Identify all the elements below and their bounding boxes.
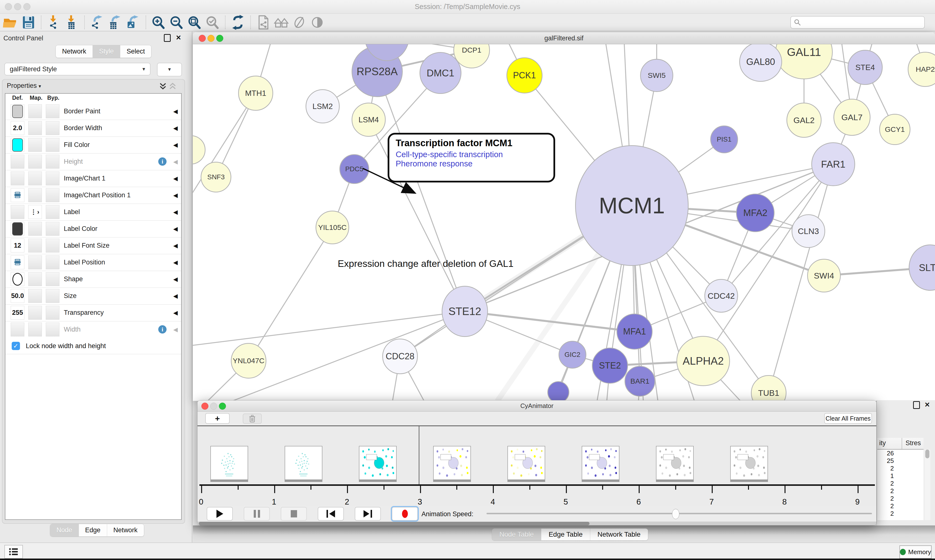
skip-start-button[interactable]: [318, 507, 344, 521]
export-image-icon[interactable]: [124, 15, 142, 30]
close-table-icon[interactable]: ✕: [924, 401, 931, 408]
map-cell[interactable]: [28, 138, 42, 152]
table-row[interactable]: 2: [877, 510, 924, 517]
node-swi4[interactable]: SWI4: [807, 259, 841, 292]
property-row-transparency[interactable]: 255Transparency◀: [5, 304, 181, 322]
close-icon[interactable]: [199, 35, 206, 42]
node-bar1[interactable]: BAR1: [625, 366, 655, 397]
node-lsm4[interactable]: LSM4: [352, 103, 386, 137]
property-row-border-width[interactable]: 2.0Border Width◀: [5, 120, 181, 137]
node-mcm1[interactable]: MCM1: [575, 145, 688, 266]
def-cell[interactable]: [11, 155, 24, 169]
map-cell[interactable]: ⋮›: [28, 205, 42, 219]
frame-thumbnail-3[interactable]: [359, 446, 397, 482]
tab-node-table[interactable]: Node Table: [492, 529, 541, 540]
byp-cell[interactable]: [46, 188, 59, 202]
annotation-link[interactable]: Cell-type-specific transcription: [396, 150, 547, 159]
property-row-image-chart-position-1[interactable]: Image/Chart Position 1◀: [5, 187, 181, 204]
column-ity[interactable]: ity: [879, 439, 886, 447]
network-canvas[interactable]: TUB1ALPHA2BAR1STE2MFA1GIC2YNL047CCDC28ST…: [193, 44, 935, 401]
hide-details-icon[interactable]: [290, 15, 308, 30]
export-network-icon[interactable]: [88, 15, 106, 30]
network-doc-icon[interactable]: [254, 15, 272, 30]
expand-row-icon[interactable]: ◀: [173, 220, 178, 237]
table-row[interactable]: 1: [877, 472, 924, 480]
frame-thumbnail-7[interactable]: [656, 446, 694, 482]
property-row-size[interactable]: 50.0Size◀: [5, 288, 181, 305]
play-button[interactable]: [207, 507, 233, 521]
save-session-icon[interactable]: [20, 15, 37, 30]
byp-cell[interactable]: [46, 323, 59, 337]
expand-row-icon[interactable]: ◀: [173, 103, 178, 120]
minimize-icon[interactable]: [210, 403, 217, 410]
byp-cell[interactable]: [46, 205, 59, 219]
node-mfa1[interactable]: MFA1: [617, 314, 653, 349]
node-pis1[interactable]: PIS1: [710, 126, 738, 153]
panel-tab-edge[interactable]: Edge: [79, 524, 107, 536]
property-row-label-position[interactable]: Label Position◀: [5, 254, 181, 271]
property-row-shape[interactable]: Shape◀: [5, 271, 181, 288]
expand-row-icon[interactable]: ◀: [173, 254, 178, 271]
expand-row-icon[interactable]: ◀: [173, 288, 178, 304]
table-row[interactable]: 2: [877, 502, 924, 510]
column-stress[interactable]: Stres: [906, 439, 921, 447]
expand-row-icon[interactable]: ◀: [173, 170, 178, 187]
def-cell[interactable]: [11, 323, 24, 337]
zoom-icon[interactable]: [216, 35, 223, 42]
node-ste4[interactable]: STE4: [848, 50, 883, 85]
map-cell[interactable]: [28, 289, 42, 303]
animation-speed-slider[interactable]: [486, 513, 872, 514]
expand-row-icon[interactable]: ◀: [173, 187, 178, 204]
frame-thumbnail-2[interactable]: [285, 446, 322, 482]
def-cell[interactable]: [11, 222, 24, 236]
lock-size-checkbox[interactable]: ✓: [12, 342, 20, 350]
collapse-all-icon[interactable]: [169, 83, 176, 92]
def-cell[interactable]: [11, 171, 24, 185]
panel-tab-network[interactable]: Network: [107, 524, 144, 536]
apply-layout-icon[interactable]: [229, 15, 247, 30]
show-panels-button[interactable]: [5, 545, 23, 558]
overview-homes-icon[interactable]: [272, 15, 290, 30]
expand-all-icon[interactable]: [159, 83, 167, 92]
def-cell[interactable]: 255: [11, 306, 24, 320]
def-cell[interactable]: 2.0: [11, 121, 24, 135]
expand-row-icon[interactable]: ◀: [173, 304, 178, 321]
frame-thumbnail-4[interactable]: [433, 446, 471, 482]
expand-row-icon[interactable]: ◀: [173, 204, 178, 220]
tab-edge-table[interactable]: Edge Table: [541, 529, 590, 540]
byp-cell[interactable]: [46, 171, 59, 185]
close-panel-icon[interactable]: ✕: [175, 34, 182, 42]
property-row-label-color[interactable]: Label Color◀: [5, 220, 181, 237]
map-cell[interactable]: [28, 255, 42, 269]
float-panel-icon[interactable]: [164, 34, 171, 42]
import-network-icon[interactable]: [45, 15, 63, 30]
record-button[interactable]: [392, 507, 418, 521]
byp-cell[interactable]: [46, 138, 59, 152]
property-row-label-font-size[interactable]: 12Label Font Size◀: [5, 237, 181, 254]
import-table-icon[interactable]: [63, 15, 81, 30]
properties-header[interactable]: Properties ▾: [7, 82, 41, 89]
frame-thumbnail-6[interactable]: [582, 446, 619, 482]
expand-row-icon[interactable]: ◀: [173, 237, 178, 254]
node-cln3[interactable]: CLN3: [792, 214, 825, 248]
search-box[interactable]: [790, 16, 925, 29]
tab-select[interactable]: Select: [120, 45, 151, 58]
def-cell[interactable]: [11, 255, 24, 269]
def-cell[interactable]: 50.0: [11, 289, 24, 303]
toggle-details-icon[interactable]: [308, 15, 326, 30]
byp-cell[interactable]: [46, 289, 59, 303]
close-icon[interactable]: [201, 403, 208, 410]
table-row[interactable]: 2: [877, 487, 924, 495]
property-row-label[interactable]: ⋮›Label◀: [5, 204, 181, 221]
map-cell[interactable]: [28, 222, 42, 236]
byp-cell[interactable]: [46, 105, 59, 118]
map-cell[interactable]: [28, 188, 42, 202]
float-table-icon[interactable]: [913, 401, 920, 408]
node-mfa2[interactable]: MFA2: [736, 194, 775, 232]
table-row[interactable]: 2: [877, 480, 924, 487]
node-ynl047c[interactable]: YNL047C: [231, 343, 266, 378]
playhead[interactable]: [419, 426, 420, 485]
frame-thumbnail-8[interactable]: [730, 446, 768, 482]
zoom-in-icon[interactable]: [150, 15, 168, 30]
tab-network[interactable]: Network: [56, 45, 93, 58]
